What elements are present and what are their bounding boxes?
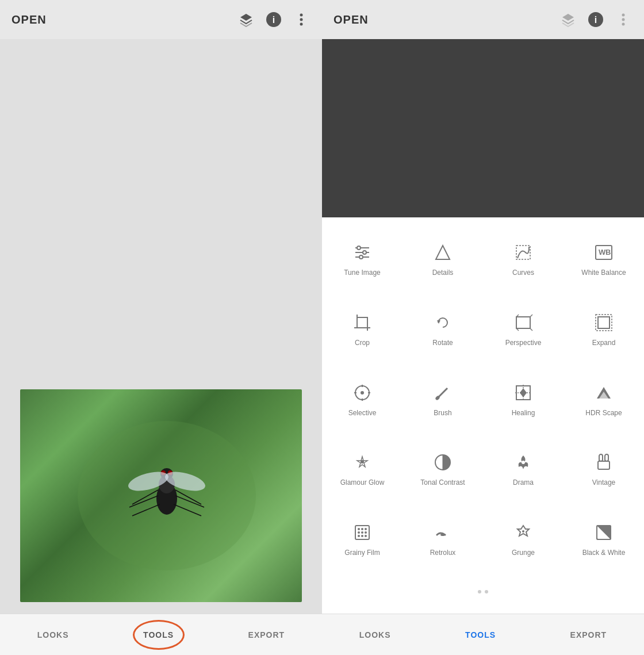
left-bottom-nav: LOOKS TOOLS EXPORT	[0, 614, 322, 655]
left-header-icons: i	[237, 10, 310, 29]
svg-point-4	[300, 23, 303, 26]
svg-line-44	[530, 328, 532, 331]
tune-image-icon	[351, 241, 374, 264]
white-balance-icon: W B	[592, 241, 615, 264]
svg-text:i: i	[273, 15, 275, 25]
svg-text:B: B	[605, 248, 611, 256]
glamour-glow-label: Glamour Glow	[340, 478, 385, 488]
left-open-button[interactable]: OPEN	[12, 13, 47, 26]
right-layers-icon[interactable]	[559, 10, 577, 29]
right-nav-tools[interactable]: TOOLS	[454, 626, 507, 644]
tool-expand[interactable]: Expand	[564, 293, 644, 363]
black-white-label: Black & White	[582, 549, 626, 558]
right-header: OPEN i	[322, 0, 644, 39]
tool-hdr-scape[interactable]: HDR Scape	[564, 363, 644, 434]
svg-text:i: i	[595, 15, 597, 25]
tune-image-label: Tune Image	[344, 269, 381, 278]
tool-glamour-glow[interactable]: Glamour Glow	[322, 433, 402, 503]
svg-point-74	[361, 531, 363, 534]
grainy-film-label: Grainy Film	[344, 549, 379, 558]
svg-point-73	[358, 531, 360, 534]
tool-perspective[interactable]: Perspective	[483, 293, 564, 363]
retrolux-icon	[431, 521, 454, 544]
right-info-icon[interactable]: i	[586, 10, 605, 29]
svg-rect-41	[516, 317, 530, 328]
svg-point-2	[300, 14, 303, 17]
right-dark-area	[322, 39, 644, 217]
tool-tune-image[interactable]: Tune Image	[322, 223, 402, 293]
right-nav-looks[interactable]: LOOKS	[348, 626, 402, 644]
svg-point-80	[522, 530, 524, 533]
tool-grunge[interactable]: Grunge	[483, 503, 564, 573]
svg-marker-30	[436, 246, 450, 259]
hdr-scape-label: HDR Scape	[585, 409, 622, 418]
crop-icon	[351, 311, 374, 334]
photo-container	[20, 389, 302, 602]
tool-white-balance[interactable]: W B White Balance	[564, 223, 644, 293]
selective-icon	[351, 381, 374, 404]
tool-tonal-contrast[interactable]: Tonal Contrast	[402, 433, 483, 503]
tool-vintage[interactable]: Vintage	[564, 433, 644, 503]
svg-point-65	[522, 461, 525, 464]
rotate-icon	[431, 311, 454, 334]
left-panel: OPEN i	[0, 0, 322, 655]
tool-rotate[interactable]: Rotate	[402, 293, 483, 363]
selective-label: Selective	[348, 409, 377, 418]
left-nav-looks[interactable]: LOOKS	[26, 626, 80, 644]
right-nav-export[interactable]: EXPORT	[559, 626, 619, 644]
tool-healing[interactable]: Healing	[483, 363, 564, 434]
details-label: Details	[432, 269, 454, 278]
glamour-glow-icon	[351, 451, 374, 474]
tool-black-white[interactable]: Black & White	[564, 503, 644, 573]
layers-icon[interactable]	[237, 10, 255, 29]
curves-icon	[512, 241, 535, 264]
info-icon[interactable]: i	[264, 10, 283, 29]
grunge-label: Grunge	[512, 549, 535, 558]
svg-rect-46	[598, 317, 610, 328]
right-header-icons: i	[559, 10, 632, 29]
svg-point-49	[361, 391, 364, 394]
tool-drama[interactable]: Drama	[483, 433, 564, 503]
svg-marker-59	[520, 388, 527, 397]
rotate-label: Rotate	[432, 339, 453, 348]
right-more-icon[interactable]	[614, 10, 632, 29]
svg-point-72	[365, 528, 367, 530]
left-nav-tools[interactable]: TOOLS	[132, 626, 185, 644]
tool-curves[interactable]: Curves	[483, 223, 564, 293]
scroll-dots	[322, 573, 644, 608]
svg-point-28	[363, 251, 366, 254]
tonal-contrast-icon	[431, 451, 454, 474]
vintage-icon	[592, 451, 615, 474]
svg-point-21	[622, 14, 625, 17]
retrolux-label: Retrolux	[430, 549, 456, 558]
right-open-button[interactable]: OPEN	[334, 13, 369, 26]
svg-point-76	[358, 535, 360, 537]
svg-point-3	[300, 18, 303, 21]
svg-point-62	[361, 460, 364, 464]
svg-point-70	[358, 528, 360, 530]
svg-point-78	[365, 535, 367, 537]
tool-retrolux[interactable]: Retrolux	[402, 503, 483, 573]
right-panel: OPEN i	[322, 0, 644, 655]
expand-label: Expand	[592, 339, 616, 348]
tool-brush[interactable]: Brush	[402, 363, 483, 434]
tool-selective[interactable]: Selective	[322, 363, 402, 434]
tool-grainy-film[interactable]: Grainy Film	[322, 503, 402, 573]
svg-point-77	[361, 535, 363, 537]
tool-details[interactable]: Details	[402, 223, 483, 293]
left-nav-export[interactable]: EXPORT	[237, 626, 297, 644]
drama-label: Drama	[513, 478, 534, 488]
more-icon[interactable]	[292, 10, 310, 29]
tool-crop[interactable]: Crop	[322, 293, 402, 363]
svg-rect-67	[605, 454, 608, 461]
svg-rect-35	[357, 317, 367, 328]
left-header: OPEN i	[0, 0, 322, 39]
svg-rect-68	[598, 461, 610, 469]
perspective-icon	[512, 311, 535, 334]
left-image-area	[0, 39, 322, 614]
brush-label: Brush	[434, 409, 451, 418]
brush-icon	[431, 381, 454, 404]
right-bottom-nav: LOOKS TOOLS EXPORT	[322, 614, 644, 655]
svg-point-75	[365, 531, 367, 534]
svg-point-79	[440, 534, 445, 536]
